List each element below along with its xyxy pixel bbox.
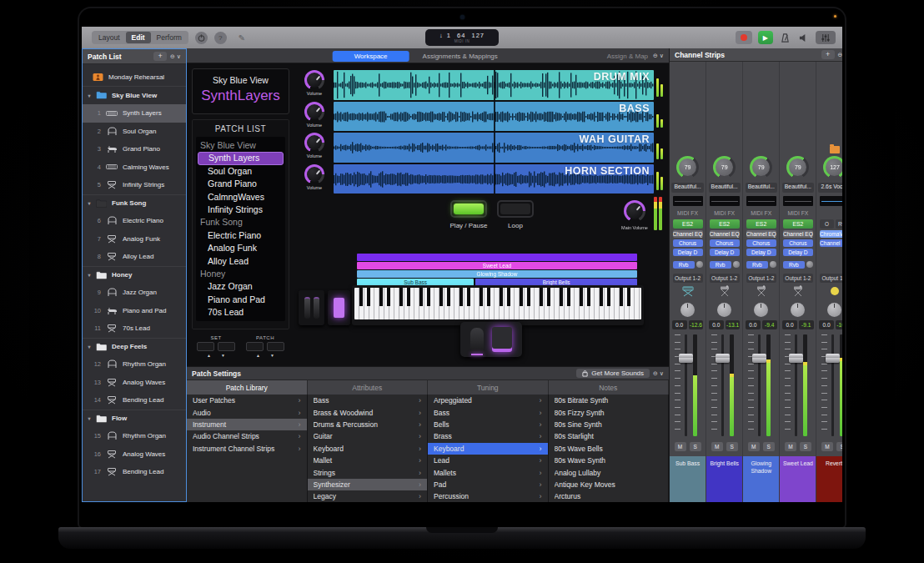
- solo-button[interactable]: S: [800, 442, 811, 451]
- channel-strips-toggle-button[interactable]: [816, 31, 836, 44]
- output-slot[interactable]: Output 1-2: [783, 274, 813, 283]
- send-slot[interactable]: Rvb: [673, 260, 703, 269]
- onscreen-patch-piano-and-pad[interactable]: Piano and Pad: [198, 294, 284, 306]
- insert-slot[interactable]: Chorus: [710, 239, 740, 248]
- strip-name-plate[interactable]: Glowing Shadow: [743, 456, 779, 502]
- mute-button[interactable]: M: [748, 442, 760, 451]
- knob[interactable]: [624, 200, 645, 222]
- library-item-percussion[interactable]: Percussion›: [428, 490, 548, 502]
- library-item-keyboard[interactable]: Keyboard›: [428, 443, 548, 455]
- patch-down-button[interactable]: [246, 342, 264, 351]
- library-item-analog-lullaby[interactable]: Analog Lullaby: [549, 466, 669, 478]
- latch-knob[interactable]: 79: [750, 156, 772, 178]
- onscreen-patch-alloy-lead[interactable]: Alloy Lead: [198, 255, 284, 268]
- onscreen-patch-70s-lead[interactable]: 70s Lead: [198, 306, 284, 319]
- loop-pad[interactable]: [497, 200, 534, 218]
- knob[interactable]: [304, 164, 324, 184]
- insert-slot[interactable]: Channel EQ: [783, 230, 813, 239]
- solo-button[interactable]: S: [690, 442, 701, 451]
- library-item-bells[interactable]: Bells›: [428, 419, 548, 430]
- metronome-button[interactable]: [779, 31, 791, 44]
- fader-handle[interactable]: [826, 354, 840, 363]
- main-volume-knob[interactable]: [624, 200, 645, 222]
- onscreen-set-honey[interactable]: Honey: [198, 268, 284, 280]
- set-down-button[interactable]: [197, 342, 214, 351]
- pan-knob[interactable]: [791, 303, 805, 317]
- library-item-arpeggiated[interactable]: Arpeggiated›: [428, 395, 548, 406]
- send-slot[interactable]: Rvb: [710, 260, 740, 269]
- patch-row-analog-waves[interactable]: 13Analog Waves: [83, 374, 186, 392]
- patch-row-analog-waves[interactable]: 16Analog Waves: [83, 445, 186, 464]
- knob[interactable]: [304, 133, 324, 153]
- library-item-brass[interactable]: Brass›: [428, 430, 548, 442]
- send-knob[interactable]: [806, 261, 813, 268]
- onscreen-set-sky-blue-view[interactable]: Sky Blue View: [198, 139, 284, 152]
- send-slot[interactable]: Rvb: [783, 260, 813, 269]
- record-button[interactable]: [736, 31, 752, 44]
- patch-list-action-menu-button[interactable]: ⊖ ∨: [170, 53, 181, 60]
- library-item-80s-bitrate-synth[interactable]: 80s Bitrate Synth: [549, 395, 669, 406]
- send-knob[interactable]: [733, 261, 740, 268]
- pencil-icon[interactable]: ✎: [239, 33, 245, 43]
- set-row-honey[interactable]: ▾Honey: [83, 266, 186, 284]
- library-item-80s-wave-bells[interactable]: 80s Wave Bells: [549, 443, 669, 455]
- disclosure-icon[interactable]: ▾: [86, 344, 93, 349]
- strip-name-plate[interactable]: Bright Bells: [706, 456, 742, 502]
- patch-row-jazz-organ[interactable]: 9Jazz Organ: [83, 284, 186, 302]
- strip-name-plate[interactable]: Sub Bass: [670, 456, 706, 502]
- tab-tuning[interactable]: Tuning: [428, 380, 549, 395]
- tab-notes[interactable]: Notes: [549, 380, 670, 395]
- knob[interactable]: [304, 102, 324, 122]
- play-pause-pad[interactable]: [450, 200, 487, 218]
- midi-fx-slot[interactable]: [834, 209, 836, 218]
- pitch-mod-wheels[interactable]: [299, 290, 324, 325]
- foot-pedals[interactable]: [460, 322, 522, 357]
- library-item-strings[interactable]: Strings›: [308, 466, 428, 478]
- pan-knob[interactable]: [680, 303, 695, 317]
- insert-slot[interactable]: Delay D: [746, 249, 776, 257]
- mini-button-o[interactable]: O: [820, 219, 834, 229]
- library-item-drums-percussion[interactable]: Drums & Percussion›: [308, 419, 428, 430]
- layout-mode-button[interactable]: Layout: [93, 32, 126, 43]
- set-row-funk-song[interactable]: ▾Funk Song: [83, 194, 186, 213]
- disclosure-icon[interactable]: ▾: [86, 415, 93, 421]
- onscreen-patch-soul-organ[interactable]: Soul Organ: [198, 165, 284, 178]
- insert-slot[interactable]: Delay D: [783, 249, 813, 257]
- library-item-arcturus[interactable]: Arcturus: [549, 490, 669, 502]
- eq-thumbnail[interactable]: [746, 196, 776, 206]
- library-item-instrument-channel-strips[interactable]: Instrument Channel Strips›: [187, 443, 307, 455]
- set-up-button[interactable]: [218, 342, 235, 351]
- patch-row-electric-piano[interactable]: 6Electric Piano: [83, 212, 186, 230]
- layer-top[interactable]: [357, 254, 637, 261]
- set-row-flow[interactable]: ▾Flow: [83, 410, 186, 428]
- send-reverb[interactable]: Rvb: [746, 261, 768, 269]
- disclosure-icon[interactable]: ▾: [86, 272, 93, 278]
- concert-row[interactable]: Monday Rehearsal: [83, 68, 186, 87]
- library-item-keyboard[interactable]: Keyboard›: [308, 443, 428, 455]
- patch-row-piano-and-pad[interactable]: 10Piano and Pad: [83, 302, 186, 320]
- solo-button[interactable]: S: [726, 442, 738, 451]
- pan-knob[interactable]: [754, 303, 768, 317]
- solo-button[interactable]: S: [763, 442, 775, 451]
- disclosure-icon[interactable]: ▾: [86, 200, 93, 206]
- pan-knob[interactable]: [717, 303, 731, 317]
- panic-button[interactable]: [195, 32, 208, 44]
- insert-slot[interactable]: Channel EQ: [673, 230, 703, 239]
- pan-knob[interactable]: [827, 303, 841, 317]
- patch-row-analog-funk[interactable]: 7Analog Funk: [83, 230, 186, 249]
- insert-slot[interactable]: ChromaVerb: [820, 230, 842, 239]
- library-item-mallets[interactable]: Mallets›: [428, 466, 548, 478]
- insert-slot[interactable]: Channel EQ: [710, 230, 740, 239]
- latch-knob[interactable]: 79: [676, 156, 699, 178]
- add-channel-strip-button[interactable]: +: [821, 50, 835, 59]
- pitch-wheel[interactable]: [304, 297, 310, 319]
- patch-row-rhythm-organ[interactable]: 15Rhythm Organ: [83, 427, 186, 445]
- output-slot[interactable]: Output 1-2: [746, 274, 776, 283]
- solo-button[interactable]: S: [836, 442, 842, 451]
- latch-knob[interactable]: 79: [786, 156, 809, 178]
- add-patch-button[interactable]: +: [153, 52, 167, 61]
- help-button[interactable]: ?: [214, 32, 227, 44]
- patch-row-bending-lead[interactable]: 17Bending Lead: [83, 463, 186, 481]
- strip-name-plate[interactable]: Reverb: [816, 456, 842, 502]
- send-knob[interactable]: [770, 261, 776, 268]
